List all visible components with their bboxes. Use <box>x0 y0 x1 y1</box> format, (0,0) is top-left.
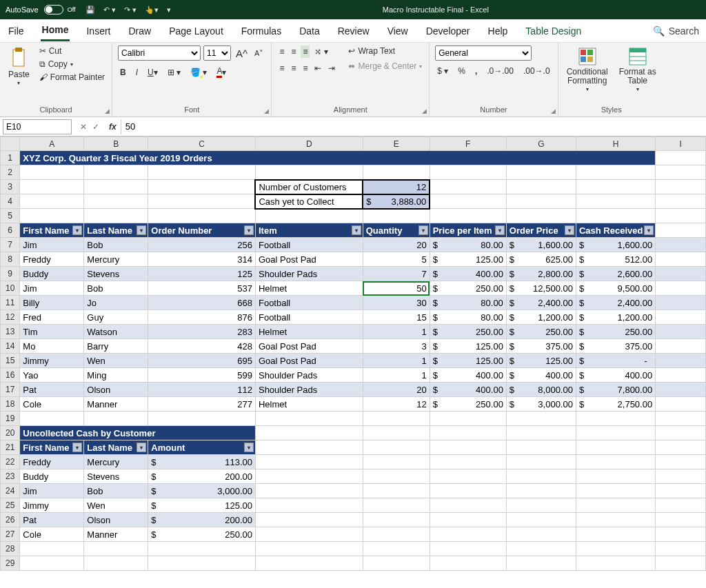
cell[interactable]: Watson <box>84 325 148 339</box>
row-header[interactable]: 20 <box>1 426 20 440</box>
tab-data[interactable]: Data <box>298 21 321 41</box>
italic-button[interactable]: I <box>134 66 140 79</box>
table-header[interactable]: Item▾ <box>255 223 363 238</box>
cell[interactable]: $12,500.00 <box>506 281 576 296</box>
cell[interactable] <box>84 194 148 209</box>
merge-center-button[interactable]: ⬌Merge & Center ▾ <box>347 61 423 72</box>
cell[interactable]: $1,600.00 <box>506 238 576 252</box>
cell[interactable]: $625.00 <box>506 252 576 267</box>
font-color-button[interactable]: A ▾ <box>214 65 228 79</box>
align-middle-icon[interactable]: ≡ <box>289 45 298 58</box>
cell[interactable] <box>576 209 655 223</box>
cell[interactable] <box>656 542 706 556</box>
cell[interactable] <box>430 469 506 484</box>
tab-review[interactable]: Review <box>336 21 371 41</box>
cell[interactable]: 30 <box>363 296 430 310</box>
cell[interactable]: Yao <box>20 368 84 383</box>
cell[interactable] <box>363 484 430 498</box>
cell[interactable]: Helmet <box>255 325 363 339</box>
row-header[interactable]: 18 <box>1 397 20 412</box>
cell[interactable] <box>656 194 706 209</box>
cell[interactable] <box>656 180 706 194</box>
cell[interactable] <box>430 440 506 455</box>
col-header[interactable]: A <box>20 137 84 151</box>
cell[interactable] <box>148 209 256 223</box>
cell[interactable]: $2,800.00 <box>506 267 576 281</box>
decrease-font-icon[interactable]: A˅ <box>252 48 265 59</box>
tab-developer[interactable]: Developer <box>425 21 472 41</box>
cell[interactable]: Bob <box>84 484 148 498</box>
cell[interactable]: 283 <box>148 325 256 339</box>
cell[interactable]: $80.00 <box>430 238 506 252</box>
row-header[interactable]: 9 <box>1 267 20 281</box>
row-header[interactable]: 24 <box>1 484 20 498</box>
cell[interactable] <box>148 556 256 571</box>
row-header[interactable]: 17 <box>1 383 20 397</box>
cell[interactable]: $250.00 <box>430 397 506 412</box>
row-header[interactable]: 14 <box>1 339 20 354</box>
cell[interactable] <box>363 165 430 180</box>
cell[interactable] <box>363 513 430 527</box>
cell[interactable] <box>576 165 655 180</box>
row-header[interactable]: 13 <box>1 325 20 339</box>
cell[interactable] <box>255 165 363 180</box>
cell[interactable]: 256 <box>148 238 256 252</box>
cell[interactable]: 5 <box>363 252 430 267</box>
cell[interactable]: $400.00 <box>430 267 506 281</box>
cut-button[interactable]: ✂Cut <box>38 45 106 57</box>
cell[interactable] <box>363 469 430 484</box>
cell[interactable]: $250.00 <box>148 527 256 542</box>
cell[interactable] <box>84 165 148 180</box>
cell[interactable]: 695 <box>148 354 256 368</box>
cell[interactable]: $125.00 <box>430 252 506 267</box>
conditional-formatting-button[interactable]: Conditional Formatting▾ <box>564 45 611 94</box>
cell[interactable]: Helmet <box>255 397 363 412</box>
cell[interactable]: Jo <box>84 296 148 310</box>
cell[interactable]: 314 <box>148 252 256 267</box>
cell[interactable] <box>656 426 706 440</box>
filter-dropdown-icon[interactable]: ▾ <box>418 225 428 235</box>
cell[interactable]: Goal Post Pad <box>255 339 363 354</box>
col-header[interactable]: I <box>656 137 706 151</box>
table-header[interactable]: Order Price▾ <box>506 223 576 238</box>
cell[interactable] <box>148 180 256 194</box>
cell[interactable] <box>255 556 363 571</box>
cell[interactable] <box>656 339 706 354</box>
table-header[interactable]: Cash Received▾ <box>576 223 655 238</box>
cell[interactable]: Pat <box>20 383 84 397</box>
cell[interactable] <box>576 556 655 571</box>
cell[interactable] <box>20 412 84 426</box>
row-header[interactable]: 10 <box>1 281 20 296</box>
cell[interactable]: $2,400.00 <box>576 296 655 310</box>
tab-draw[interactable]: Draw <box>127 21 152 41</box>
cell[interactable] <box>148 542 256 556</box>
filter-dropdown-icon[interactable]: ▾ <box>565 225 574 235</box>
cell[interactable] <box>255 542 363 556</box>
cell[interactable] <box>506 498 576 513</box>
tab-file[interactable]: File <box>7 21 26 41</box>
cell[interactable] <box>656 223 706 238</box>
filter-dropdown-icon[interactable]: ▾ <box>352 225 361 235</box>
cell[interactable] <box>255 455 363 469</box>
toggle-off-icon[interactable] <box>44 5 63 14</box>
cell[interactable]: Pat <box>20 513 84 527</box>
cell[interactable]: Guy <box>84 310 148 325</box>
cell[interactable]: $125.00 <box>148 498 256 513</box>
cell[interactable] <box>84 209 148 223</box>
underline-button[interactable]: U ▾ <box>145 66 160 79</box>
cell[interactable] <box>656 484 706 498</box>
cell[interactable]: Shoulder Pads <box>255 383 363 397</box>
cell[interactable]: Wen <box>84 354 148 368</box>
cell[interactable]: 7 <box>363 267 430 281</box>
cell[interactable]: $200.00 <box>148 469 256 484</box>
font-name-select[interactable]: Calibri <box>118 45 201 61</box>
cell[interactable] <box>255 209 363 223</box>
table-header[interactable]: First Name▾ <box>20 223 84 238</box>
cell[interactable]: $2,750.00 <box>576 397 655 412</box>
cell[interactable]: $250.00 <box>506 325 576 339</box>
col-header[interactable]: D <box>255 137 363 151</box>
cell[interactable]: $80.00 <box>430 310 506 325</box>
cell[interactable]: $250.00 <box>430 281 506 296</box>
align-top-icon[interactable]: ≡ <box>277 45 286 58</box>
tab-insert[interactable]: Insert <box>85 21 112 41</box>
